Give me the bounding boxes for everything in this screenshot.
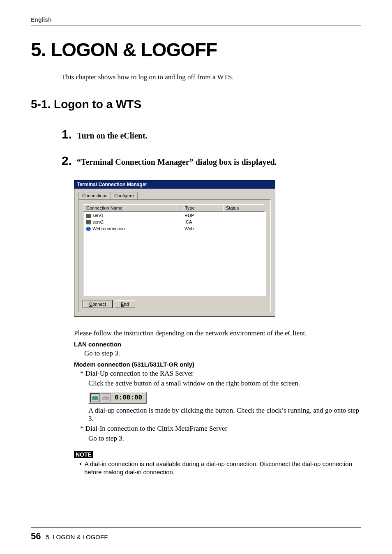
row-name: Web connection bbox=[92, 226, 125, 231]
dialog-buttons: Connect End bbox=[83, 300, 266, 308]
connect-button[interactable]: Connect bbox=[83, 300, 112, 308]
dialup-bullet: * Dial-Up connection to the RAS Server bbox=[80, 369, 361, 378]
dialog-titlebar: Terminal Connection Manager bbox=[74, 180, 275, 189]
list-row[interactable]: serv1 RDP bbox=[83, 212, 266, 219]
modem-connection-label: Modem connection (531L/531LT-GR only) bbox=[74, 361, 361, 368]
connect-button-rest: onnect bbox=[92, 302, 106, 307]
svg-rect-0 bbox=[92, 397, 95, 399]
lan-goto: Go to step 3. bbox=[84, 349, 361, 358]
row-status bbox=[223, 226, 264, 231]
footer-chapter: 5. LOGON & LOGOFF bbox=[46, 533, 108, 540]
row-name: serv1 bbox=[92, 213, 104, 218]
ie-icon bbox=[86, 227, 91, 231]
dialup-inactive-icon[interactable] bbox=[101, 393, 111, 402]
dialog-panel: Connection Name Type Status serv1 RDP se… bbox=[78, 199, 271, 312]
end-button-rest: nd bbox=[124, 302, 129, 307]
terminal-connection-manager-dialog: Terminal Connection Manager Connections … bbox=[74, 180, 275, 317]
svg-rect-1 bbox=[95, 397, 98, 399]
dialin-goto: Go to step 3. bbox=[88, 434, 361, 443]
follow-instruction: Please follow the instruction depending … bbox=[74, 329, 361, 337]
note-tag: NOTE bbox=[74, 451, 93, 458]
tab-connections[interactable]: Connections bbox=[78, 192, 111, 199]
svg-rect-3 bbox=[106, 397, 108, 399]
connection-list[interactable]: Connection Name Type Status serv1 RDP se… bbox=[83, 204, 266, 296]
step-2-number: 2. bbox=[62, 154, 72, 168]
row-type: ICA bbox=[182, 219, 223, 225]
end-button[interactable]: End bbox=[115, 300, 135, 308]
list-row[interactable]: Web connection Web bbox=[83, 225, 266, 232]
note-text-content: A dial-in connection is not available du… bbox=[84, 460, 352, 476]
col-header-name[interactable]: Connection Name bbox=[83, 204, 182, 212]
step-1-number: 1. bbox=[62, 127, 72, 141]
row-type: RDP bbox=[182, 212, 223, 218]
computer-icon bbox=[86, 214, 91, 218]
step-2: 2. “Terminal Connection Manager” dialog … bbox=[62, 154, 361, 168]
dialup-timer: 0:00:00 bbox=[111, 394, 145, 402]
step-2-text: “Terminal Connection Manager” dialog box… bbox=[77, 157, 277, 167]
page-number: 56 bbox=[31, 531, 41, 542]
row-status bbox=[223, 212, 264, 218]
computer-icon bbox=[86, 220, 91, 224]
dialup-active-icon[interactable] bbox=[90, 393, 100, 402]
footer-divider bbox=[31, 527, 361, 528]
list-header: Connection Name Type Status bbox=[83, 204, 266, 212]
col-header-status[interactable]: Status bbox=[223, 204, 264, 212]
step-1: 1. Turn on the eClient. bbox=[62, 127, 361, 141]
header-divider bbox=[31, 25, 361, 26]
row-status bbox=[223, 219, 264, 225]
lan-connection-label: LAN connection bbox=[74, 341, 361, 348]
chapter-intro: This chapter shows how to log on to and … bbox=[62, 73, 361, 81]
dialin-bullet: * Dial-In connection to the Citrix MetaF… bbox=[80, 425, 361, 433]
page-footer: 56 5. LOGON & LOGOFF bbox=[31, 527, 361, 542]
dialup-made-text: A dial-up connection is made by clicking… bbox=[88, 406, 361, 423]
note-text: • A dial-in connection is not available … bbox=[79, 460, 361, 477]
svg-rect-2 bbox=[103, 397, 105, 399]
chapter-title: 5. LOGON & LOGOFF bbox=[31, 39, 361, 61]
dialog-tabs: Connections Configure bbox=[78, 192, 275, 199]
col-header-type[interactable]: Type bbox=[182, 204, 223, 212]
section-title: 5-1. Logon to a WTS bbox=[31, 98, 361, 111]
header-language: English bbox=[31, 16, 361, 23]
dialup-click-text: Click the active button of a small windo… bbox=[88, 379, 361, 388]
row-type: Web bbox=[182, 226, 223, 231]
list-row[interactable]: serv2 ICA bbox=[83, 219, 266, 225]
row-name: serv2 bbox=[92, 219, 104, 224]
step-1-text: Turn on the eClient. bbox=[77, 131, 148, 141]
tab-configure[interactable]: Configure bbox=[111, 192, 138, 199]
dialup-tray-widget: 0:00:00 bbox=[88, 392, 147, 404]
